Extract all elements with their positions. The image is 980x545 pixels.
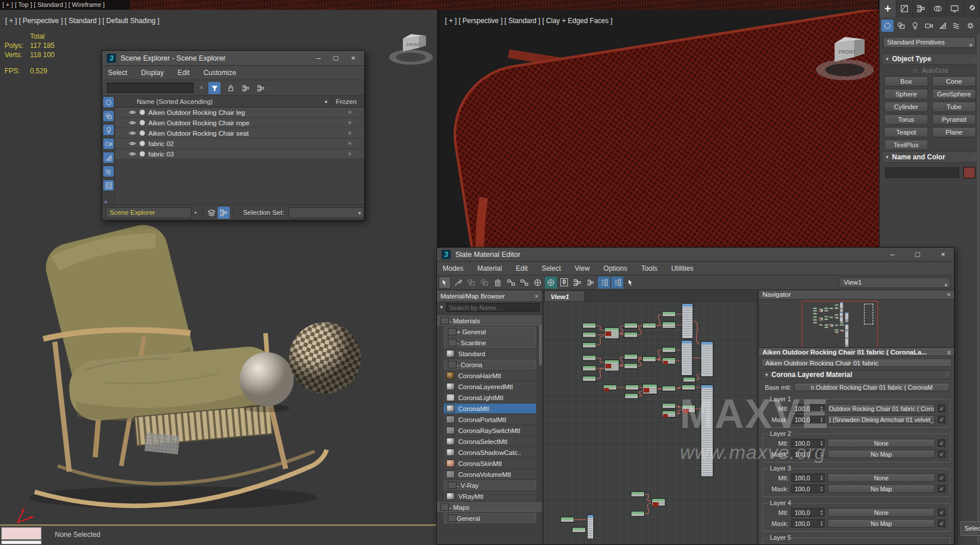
object-row[interactable]: Aiken Outdoor Rocking Chair rope ✳ [115,118,364,128]
primitive-button[interactable]: Cone [932,76,976,87]
category-shapes-icon[interactable] [895,20,907,32]
lock-icon[interactable] [225,82,237,94]
category-cameras-icon[interactable] [923,20,935,32]
material-node[interactable] [682,385,695,390]
menu-item[interactable]: Modes [443,264,463,272]
hide-unused-slots-icon[interactable] [518,277,530,289]
material-node[interactable] [604,360,619,371]
slate-material-editor-window[interactable]: 3 Slate Material Editor – □ × ModesMater… [436,247,955,545]
viewcube-icon[interactable]: FRONT [386,26,436,71]
browser-tree-row[interactable]: CoronaLayeredMtl [444,382,536,391]
mtl-enable-checkbox[interactable]: ✓ [938,439,945,447]
material-node[interactable] [662,357,676,364]
maximize-button[interactable]: □ [911,250,924,259]
browser-tree-row[interactable]: CoronaSkinMtl [444,458,536,468]
dropdown-arrow-icon[interactable]: ▾ [192,210,200,215]
browser-tree-row[interactable]: CoronaPortalMtl [444,415,536,424]
material-params-header[interactable]: Aiken Outdoor Rocking Chair 01 fabric ( … [759,348,954,357]
explorer-name-dropdown[interactable]: Scene Explorer [106,207,192,218]
material-node[interactable] [624,323,638,329]
search-by-name-input[interactable] [446,303,540,312]
browser-tree-row[interactable]: CoronaHairMtl [444,371,536,380]
object-color-swatch[interactable] [963,167,975,178]
browser-header[interactable]: Material/Map Browser× [437,290,542,302]
category-helpers-icon[interactable] [937,20,949,32]
layers-stack-icon[interactable] [206,207,218,219]
material-node[interactable] [681,340,693,376]
browser-tree-row[interactable]: CoronaLightMtl [444,393,536,402]
menu-item[interactable]: Utilities [671,264,694,272]
viewport-label[interactable]: [ + ] [ Perspective ] [ Standard ] [ Def… [5,17,159,25]
display-cameras-icon[interactable] [103,139,114,149]
browser-tree-row[interactable]: + General [444,327,536,337]
viewport-label[interactable]: [ + ] [ Perspective ] [ Standard ] [ Cla… [445,17,612,25]
display-lights-icon[interactable] [103,125,114,135]
display-helpers-icon[interactable] [103,152,114,163]
material-node[interactable] [642,384,657,394]
tab-display[interactable] [947,0,963,17]
mask-slot-button[interactable]: No Map [828,519,935,528]
browser-tree-row[interactable]: CoronaShadowCatc.. [444,447,536,457]
select-button-partial[interactable]: Select [960,521,980,536]
mtl-slot-button[interactable]: None [828,473,935,482]
mtl-enable-checkbox[interactable]: ✓ [938,405,945,412]
parameter-editor-toggle-icon[interactable] [611,277,623,289]
menu-item[interactable]: Select [541,264,560,272]
name-and-color-rollout[interactable]: ▾Name and Color∷ [882,151,978,163]
sme-titlebar[interactable]: 3 Slate Material Editor – □ × [437,248,954,262]
mask-slot-button[interactable]: No Map [828,450,935,458]
top-viewport-strip[interactable]: [ + ] [ Top ] [ Standard ] [ Wireframe ] [0,0,980,10]
tab-hierarchy[interactable] [913,0,930,17]
menu-item[interactable]: Display [141,69,163,77]
delete-selected-icon[interactable] [492,277,504,289]
category-lights-icon[interactable] [909,20,921,32]
mask-enable-checkbox[interactable]: ✓ [938,416,945,423]
mask-enable-checkbox[interactable]: ✓ [938,485,945,492]
autogrid-checkbox[interactable]: AutoGrid [912,67,948,74]
material-node[interactable] [701,341,713,377]
frozen-toggle-icon[interactable]: ✳ [335,120,364,126]
primitive-category-dropdown[interactable]: Standard Primitives▼ [883,37,975,48]
primitive-button[interactable]: Tube [932,102,976,112]
material-node[interactable] [604,327,619,339]
filter-funnel-icon[interactable] [208,82,220,94]
material-node[interactable] [625,385,639,390]
put-to-library-icon[interactable] [465,277,477,289]
frozen-toggle-icon[interactable]: ✳ [335,151,364,157]
material-node[interactable] [587,514,594,539]
browser-tree-row[interactable]: General [444,513,536,523]
layout-children-icon[interactable] [585,277,597,289]
render-dot-icon[interactable] [140,120,145,125]
mask-enable-checkbox[interactable]: ✓ [938,520,945,527]
render-dot-icon[interactable] [140,130,145,136]
material-node[interactable] [682,303,693,339]
close-button[interactable]: × [937,250,949,259]
mtl-enable-checkbox[interactable]: ✓ [938,509,945,516]
material-node[interactable] [624,363,638,369]
frozen-toggle-icon[interactable]: ✳ [335,130,364,136]
material-node[interactable] [652,498,665,506]
menu-item[interactable]: Customize [203,69,236,77]
column-headers[interactable]: Name (Sorted Ascending) ▲ Frozen [115,96,364,107]
show-maps-in-viewport-icon[interactable] [545,277,557,289]
render-dot-icon[interactable] [140,110,145,115]
mask-slot-button[interactable]: No Map [828,484,935,493]
material-node[interactable] [582,365,596,371]
close-icon[interactable]: × [535,293,538,300]
clear-search-icon[interactable]: × [197,83,206,93]
hierarchy-mode-icon[interactable] [218,207,230,219]
material-node[interactable] [582,342,596,348]
mask-amount-spinner[interactable]: 100,0▴▾ [791,519,825,528]
put-to-scene-icon[interactable] [478,277,491,289]
browser-tree-row[interactable]: Standard [444,349,536,359]
maxscript-mini-listener-white[interactable] [1,540,42,544]
material-node[interactable] [624,354,638,360]
maxscript-mini-listener[interactable] [1,527,42,540]
close-button[interactable]: × [347,54,360,62]
sort-ascending-icon[interactable]: ▲ [324,99,328,104]
browser-tree-row[interactable]: - Corona [444,360,536,369]
scene-explorer-titlebar[interactable]: 3 Scene Explorer - Scene Explorer – □ × [102,51,364,66]
object-row[interactable]: fabric 03 ✳ [115,149,364,159]
selection-set-dropdown[interactable]: ▼ [289,207,364,218]
render-dot-icon[interactable] [140,141,145,146]
